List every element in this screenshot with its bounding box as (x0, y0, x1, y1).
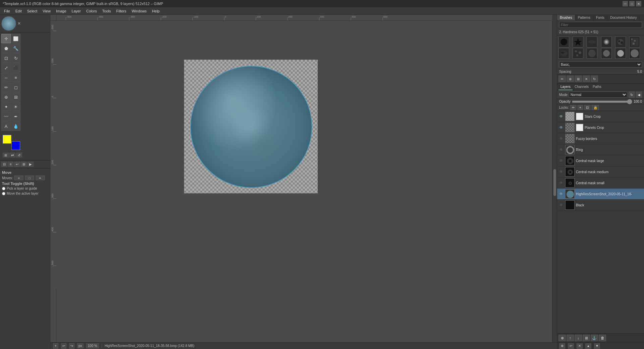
brush-item[interactable] (573, 48, 583, 59)
move-radio[interactable] (2, 192, 5, 195)
layer-visibility-highres[interactable]: 👁 (558, 191, 564, 197)
canvas-frame[interactable] (184, 59, 318, 194)
layer-visibility-black[interactable]: 👁 (558, 202, 564, 208)
bottom-undo-button[interactable]: ↩ (568, 343, 574, 349)
maximize-button[interactable]: □ (629, 1, 635, 6)
layer-visibility-central-mask-large[interactable]: 👁 (558, 158, 564, 163)
layer-mode-reset[interactable]: ↻ (629, 92, 635, 98)
tab-paths[interactable]: Paths (591, 84, 603, 90)
move-mode-layer[interactable]: ≡ (14, 176, 23, 180)
layer-item-central-mask-medium[interactable]: 👁 Central mask medium (557, 166, 644, 178)
brush-item[interactable] (615, 37, 626, 47)
brush-item[interactable] (629, 37, 640, 47)
tab-channels[interactable]: Channels (573, 84, 591, 90)
layer-add-button[interactable]: ⊕ (558, 335, 566, 341)
tool-align[interactable]: ≡ (11, 73, 20, 82)
tool-scale[interactable]: ⤢ (1, 63, 11, 72)
brush-item[interactable] (558, 37, 569, 47)
layer-mode-select[interactable]: Normal Multiply Screen Overlay (569, 92, 627, 98)
brush-item[interactable] (587, 48, 597, 59)
redo-button[interactable]: ↪ (69, 343, 74, 349)
move-mode-selection[interactable]: □ (25, 176, 34, 180)
lock-pixels[interactable]: ✏ (570, 105, 576, 110)
brush-item[interactable] (615, 48, 626, 59)
layer-panel[interactable]: ≡ (8, 162, 13, 167)
layer-item-highres[interactable]: 👁 HighResScreenShot_2020-05-11_18- (557, 189, 644, 200)
brush-refresh-button[interactable]: ↻ (591, 76, 598, 82)
tool-dodge[interactable]: ☀ (11, 102, 20, 111)
swap-colors[interactable]: ⇄ (9, 153, 15, 157)
brush-item[interactable] (573, 37, 583, 47)
layer-visibility-planets-crop[interactable]: 👁 (558, 125, 564, 130)
layer-item-central-mask-large[interactable]: 👁 Central mask large (557, 155, 644, 166)
undo-history[interactable]: ↩ (14, 162, 20, 167)
tool-fuzzy-select[interactable]: 🔧 (11, 44, 20, 53)
menu-tools[interactable]: Tools (100, 8, 114, 14)
canvas-viewport[interactable] (56, 21, 557, 342)
close-preview-button[interactable]: ✕ (17, 21, 21, 26)
menu-file[interactable]: File (1, 8, 13, 14)
menu-edit[interactable]: Edit (13, 8, 24, 14)
pick-radio[interactable] (2, 187, 5, 190)
brush-item[interactable] (629, 48, 640, 59)
bottom-up-button[interactable]: ▲ (585, 343, 591, 349)
tool-paint[interactable]: ✏ (1, 83, 11, 92)
menu-view[interactable]: View (40, 8, 53, 14)
tool-color-picker[interactable]: 💧 (11, 121, 20, 131)
status-add-button[interactable]: + (53, 343, 58, 349)
brush-preset-select[interactable]: Basic, Advanced (559, 61, 642, 67)
layer-anchor-button[interactable]: ⚓ (591, 335, 598, 341)
toggle-view[interactable]: ⊞ (21, 162, 27, 167)
layer-lower-button[interactable]: ↓ (575, 335, 582, 341)
tool-flip[interactable]: ↔ (1, 73, 11, 82)
opacity-slider[interactable] (572, 101, 632, 103)
tab-document-history[interactable]: Document History (607, 15, 640, 20)
vertical-scrollbar[interactable] (552, 21, 557, 344)
layer-visibility-stars-crop[interactable]: 👁 (558, 114, 564, 119)
tool-eraser[interactable]: ◻ (11, 83, 20, 92)
menu-help[interactable]: Help (149, 8, 162, 14)
unit-selector[interactable]: px (77, 343, 84, 348)
collapse-panel[interactable]: ▶ (28, 162, 34, 167)
brush-new-button[interactable]: ⊕ (567, 76, 574, 82)
layer-mode-prev[interactable]: ◀ (636, 92, 642, 98)
tool-rotate[interactable]: ↻ (11, 53, 20, 63)
tab-layers[interactable]: Layers (558, 84, 573, 90)
brush-delete-button[interactable]: ✕ (583, 76, 590, 82)
bottom-add-button[interactable]: ⊕ (559, 343, 565, 349)
brush-item[interactable] (601, 48, 612, 59)
menu-layer[interactable]: Layer (69, 8, 84, 14)
tab-fonts[interactable]: Fonts (593, 15, 607, 20)
move-mode-path[interactable]: ✒ (36, 176, 45, 180)
filter-input[interactable] (559, 22, 642, 28)
tool-airbrush[interactable]: ✦ (1, 102, 11, 111)
reset-colors[interactable]: ↺ (16, 153, 22, 157)
tool-heal[interactable]: ⊞ (11, 92, 20, 102)
brush-item[interactable] (601, 37, 612, 47)
foreground-color[interactable] (3, 135, 11, 144)
zoom-level[interactable]: 100 % (86, 343, 99, 348)
layer-duplicate-button[interactable]: ⊞ (583, 335, 590, 341)
tool-smudge[interactable]: 〰 (1, 112, 11, 121)
close-button[interactable]: ✕ (636, 1, 641, 6)
bottom-down-button[interactable]: ▼ (594, 343, 600, 349)
tab-patterns[interactable]: Patterns (575, 15, 593, 20)
lock-alpha[interactable]: ⊡ (584, 105, 590, 110)
tool-crop[interactable]: ⊡ (1, 53, 11, 63)
layer-item-central-mask-small[interactable]: 👁 Central mask small (557, 178, 644, 189)
layer-visibility-central-mask-small[interactable]: 👁 (558, 180, 564, 186)
menu-colors[interactable]: Colors (84, 8, 100, 14)
tool-free-select[interactable]: ⬟ (1, 44, 11, 53)
layer-item-planets-crop[interactable]: 👁 Planets Crop (557, 122, 644, 133)
background-color[interactable] (11, 141, 20, 150)
minimize-button[interactable]: ─ (623, 1, 628, 6)
bottom-delete-button[interactable]: ✕ (577, 343, 583, 349)
brush-item[interactable] (587, 37, 597, 47)
lock-position[interactable]: + (578, 105, 583, 110)
layer-item-fuzzy-borders[interactable]: 👁 Fuzzy borders (557, 133, 644, 144)
layer-raise-button[interactable]: ↑ (567, 335, 574, 341)
tool-options-panel[interactable]: ⊟ (1, 162, 7, 167)
brush-duplicate-button[interactable]: ⊞ (575, 76, 582, 82)
tool-path[interactable]: ✒ (11, 112, 20, 121)
tool-rect-select[interactable]: ⬜ (11, 34, 20, 43)
